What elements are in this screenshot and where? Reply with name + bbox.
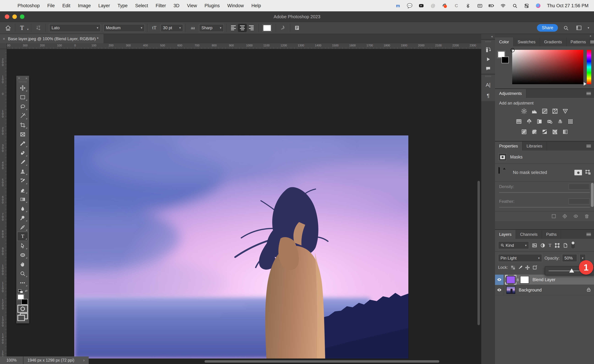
- layer-lock-icon[interactable]: [587, 287, 591, 293]
- layer-mask-thumbnail[interactable]: [520, 276, 529, 283]
- filter-shape-layers-icon[interactable]: [555, 243, 560, 248]
- type-tool-preset-icon[interactable]: T: [18, 23, 27, 33]
- edit-toolbar-icon[interactable]: •••: [17, 278, 28, 287]
- dock-grip[interactable]: [485, 76, 491, 77]
- expand-dock-icon[interactable]: »: [495, 34, 594, 37]
- menu-item[interactable]: Help: [248, 3, 265, 8]
- close-window-button[interactable]: [5, 14, 9, 19]
- toggle-panels-icon[interactable]: [292, 23, 302, 33]
- menu-item[interactable]: View: [183, 3, 201, 8]
- tab-layers[interactable]: Layers: [495, 230, 516, 239]
- density-value-field[interactable]: [568, 183, 590, 190]
- layer-thumbnail[interactable]: [506, 286, 515, 294]
- photo-filter-icon[interactable]: [547, 119, 553, 126]
- align-right-button[interactable]: [247, 24, 256, 32]
- document-tab[interactable]: × Base layer.jpeg @ 100% (Blend Layer, R…: [0, 34, 103, 43]
- shape-tool[interactable]: [17, 250, 28, 260]
- character-panel-icon[interactable]: A|: [486, 82, 491, 88]
- mask-visibility-eye-icon[interactable]: [573, 214, 578, 219]
- tab-libraries[interactable]: Libraries: [522, 142, 547, 151]
- tab-channels[interactable]: Channels: [516, 230, 542, 239]
- menu-item[interactable]: Plugins: [201, 3, 224, 8]
- brightness-contrast-icon[interactable]: [521, 108, 527, 115]
- hue-saturation-icon[interactable]: [516, 119, 522, 126]
- background-color-swatch[interactable]: [21, 299, 28, 304]
- lasso-tool[interactable]: [17, 102, 28, 111]
- canvas-document[interactable]: [74, 135, 408, 358]
- screen-mode-button[interactable]: [17, 313, 28, 321]
- hand-tool[interactable]: [17, 260, 28, 269]
- density-slider[interactable]: [499, 192, 590, 193]
- layer-filter-kind-select[interactable]: Kind▾: [498, 241, 529, 249]
- eyedropper-tool[interactable]: [17, 139, 28, 148]
- layer-visibility-cell[interactable]: [495, 275, 504, 285]
- apply-mask-icon[interactable]: [562, 214, 567, 219]
- font-family-select[interactable]: Lato▾: [49, 24, 101, 32]
- text-color-swatch[interactable]: [263, 25, 271, 31]
- lock-artboard-icon[interactable]: [532, 265, 537, 270]
- collapse-panels-icon[interactable]: «: [481, 34, 495, 39]
- menu-item[interactable]: Type: [114, 3, 131, 8]
- eraser-tool[interactable]: [17, 185, 28, 195]
- history-brush-tool[interactable]: [17, 176, 28, 185]
- align-center-button[interactable]: [238, 24, 247, 32]
- filter-adjustment-layers-icon[interactable]: [540, 243, 545, 248]
- control-center-icon[interactable]: [524, 3, 529, 9]
- add-layer-mask-icon[interactable]: [574, 170, 582, 175]
- anti-alias-select[interactable]: Sharp▾: [199, 24, 224, 32]
- crop-tool[interactable]: [17, 120, 28, 130]
- color-picker-ring[interactable]: [511, 48, 515, 52]
- healing-brush-tool[interactable]: [17, 148, 28, 157]
- font-size-select[interactable]: 30 pt▾: [161, 24, 183, 32]
- layer-thumbnail[interactable]: [506, 276, 515, 283]
- blur-tool[interactable]: [17, 204, 28, 213]
- tab-adjustments[interactable]: Adjustments: [495, 89, 526, 98]
- menu-item[interactable]: Layer: [94, 3, 114, 8]
- vertical-ruler[interactable]: 2001000100200300400500600700800900100011…: [0, 49, 7, 364]
- menu-item[interactable]: 3D: [170, 3, 183, 8]
- actions-panel-icon[interactable]: [486, 57, 490, 61]
- panel-menu-icon[interactable]: [590, 37, 594, 46]
- gradient-tool[interactable]: [17, 195, 28, 204]
- threshold-icon[interactable]: [542, 129, 547, 136]
- posterize-icon[interactable]: [531, 129, 537, 136]
- frame-tool[interactable]: [17, 130, 28, 139]
- menu-item[interactable]: Select: [131, 3, 152, 8]
- panel-menu-icon[interactable]: [587, 230, 594, 239]
- layer-visibility-cell[interactable]: [495, 285, 504, 295]
- exposure-icon[interactable]: [552, 108, 558, 115]
- toolbar-grip[interactable]: [16, 81, 29, 83]
- tab-patterns[interactable]: Patterns: [567, 37, 590, 46]
- video-app-icon[interactable]: [418, 3, 424, 9]
- vertical-scrollbar[interactable]: [478, 181, 480, 325]
- lock-position-icon[interactable]: [525, 265, 530, 270]
- type-tool[interactable]: T: [17, 232, 28, 241]
- panel-menu-icon[interactable]: [587, 89, 594, 98]
- horizontal-scrollbar[interactable]: [204, 360, 439, 363]
- expand-toolbar-icon[interactable]: »: [26, 77, 27, 80]
- properties-scrollbar[interactable]: [591, 183, 594, 207]
- feather-value-field[interactable]: [568, 198, 590, 204]
- tool-preset-chevron-icon[interactable]: ▾: [27, 28, 28, 31]
- foreground-background-swatches[interactable]: [18, 294, 28, 304]
- comments-panel-icon[interactable]: [486, 66, 491, 71]
- spotlight-search-icon[interactable]: [512, 3, 518, 9]
- share-button[interactable]: Share: [537, 24, 558, 32]
- hue-slider[interactable]: [587, 50, 591, 84]
- color-fg-bg-swatches[interactable]: [498, 51, 509, 64]
- layer-fill-thumbnail[interactable]: [499, 167, 509, 178]
- home-icon[interactable]: [3, 23, 12, 33]
- minimize-window-button[interactable]: [12, 14, 17, 19]
- filter-pixel-layers-icon[interactable]: [532, 243, 537, 248]
- menu-item[interactable]: Window: [224, 3, 248, 8]
- dodge-tool[interactable]: [17, 213, 28, 222]
- font-style-select[interactable]: Medium▾: [103, 24, 145, 32]
- vibrance-icon[interactable]: [562, 108, 568, 115]
- keyboard-icon[interactable]: [477, 3, 483, 9]
- pen-tool[interactable]: [17, 222, 28, 232]
- menubar-clock[interactable]: Thu Oct 27 1:56 PM: [547, 3, 588, 8]
- bluetooth-icon[interactable]: [465, 3, 471, 9]
- move-tool[interactable]: [17, 83, 28, 93]
- menu-item[interactable]: Photoshop: [14, 3, 43, 8]
- recorder-app-icon[interactable]: [442, 3, 448, 9]
